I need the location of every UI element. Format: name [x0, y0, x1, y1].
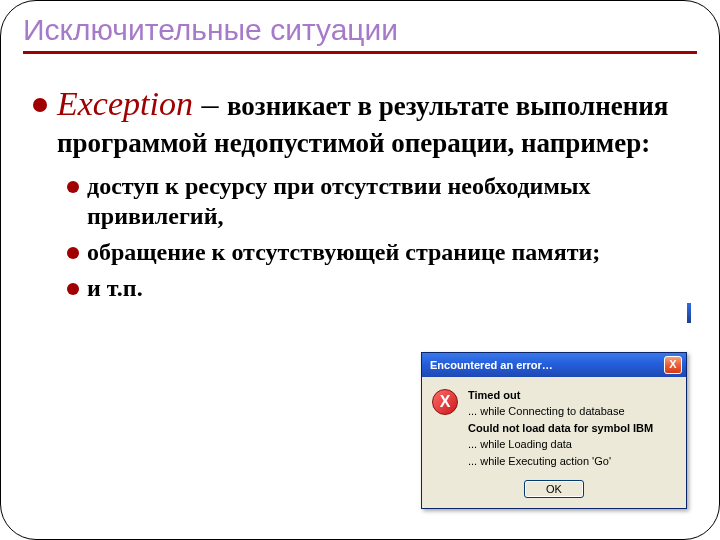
dash: –	[193, 85, 227, 122]
sub-text: и т.п.	[87, 273, 143, 303]
ok-button[interactable]: OK	[524, 480, 584, 498]
sub-text: доступ к ресурсу при отсутствии необходи…	[87, 171, 691, 231]
main-text: Exception – возникает в результате выпол…	[57, 82, 691, 161]
bullet-icon	[67, 247, 79, 259]
message-line: ... while Connecting to database	[468, 403, 653, 420]
slide-title: Исключительные ситуации	[23, 13, 697, 51]
message-line: Timed out	[468, 387, 653, 404]
dialog-message: Timed out ... while Connecting to databa…	[468, 387, 653, 470]
message-line: Could not load data for symbol IBM	[468, 420, 653, 437]
list-item: доступ к ресурсу при отсутствии необходи…	[67, 171, 691, 231]
exception-term: Exception	[57, 85, 193, 122]
title-block: Исключительные ситуации	[23, 13, 697, 54]
list-item: и т.п.	[67, 273, 691, 303]
title-underline	[23, 51, 697, 54]
bullet-icon	[67, 283, 79, 295]
error-icon: X	[432, 389, 458, 415]
dialog-titlebar[interactable]: Encountered an error… X	[422, 353, 686, 377]
bullet-icon	[33, 98, 47, 112]
content-area: Exception – возникает в результате выпол…	[23, 62, 697, 303]
background-window-edge	[687, 303, 691, 323]
dialog-body: X Timed out ... while Connecting to data…	[422, 377, 686, 480]
message-line: ... while Loading data	[468, 436, 653, 453]
error-dialog: Encountered an error… X X Timed out ... …	[421, 352, 687, 510]
message-line: ... while Executing action 'Go'	[468, 453, 653, 470]
bullet-icon	[67, 181, 79, 193]
list-item: Exception – возникает в результате выпол…	[33, 82, 691, 161]
dialog-button-row: OK	[422, 479, 686, 508]
dialog-title: Encountered an error…	[430, 359, 553, 371]
sub-list: доступ к ресурсу при отсутствии необходи…	[33, 171, 691, 303]
slide-frame: Исключительные ситуации Exception – возн…	[0, 0, 720, 540]
list-item: обращение к отсутствующей странице памят…	[67, 237, 691, 267]
sub-text: обращение к отсутствующей странице памят…	[87, 237, 600, 267]
close-icon[interactable]: X	[664, 356, 682, 374]
